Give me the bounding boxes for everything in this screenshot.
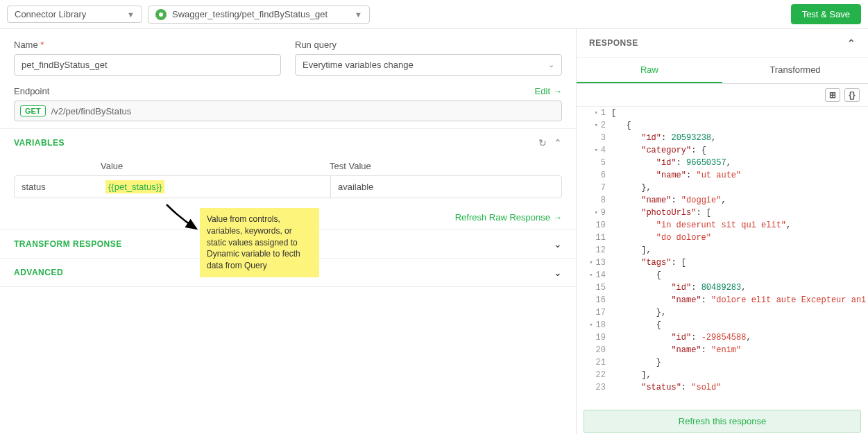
status-dot-icon: [155, 9, 167, 20]
path-label: Swagger_testing/pet_findByStatus_get: [172, 9, 349, 19]
arrow-right-icon: →: [553, 212, 562, 223]
advanced-title: ADVANCED: [14, 268, 63, 277]
endpoint-box: GET /v2/pet/findByStatus: [14, 101, 562, 121]
tab-transformed[interactable]: Transformed: [722, 58, 868, 83]
response-title: RESPONSE: [589, 38, 638, 48]
collapse-icon[interactable]: ⌃: [847, 37, 856, 49]
chevron-down-icon: ▼: [127, 10, 135, 19]
name-input[interactable]: [14, 54, 281, 76]
run-query-select[interactable]: Everytime variables change ⌄: [295, 54, 562, 76]
variable-row: status {{pet_status}} available: [14, 175, 562, 198]
expand-icon: ⌄: [554, 238, 562, 250]
path-dropdown[interactable]: Swagger_testing/pet_findByStatus_get ▼: [148, 6, 370, 24]
refresh-response-button[interactable]: Refresh this response: [584, 410, 861, 433]
var-test-cell[interactable]: available: [330, 176, 561, 198]
annotation-tooltip: Value from controls, variables, keywords…: [200, 208, 319, 277]
arrow-right-icon: →: [553, 86, 562, 96]
variables-title: VARIABLES: [14, 138, 65, 148]
transform-title: TRANSFORM RESPONSE: [14, 239, 122, 249]
chevron-down-icon: ⌄: [548, 60, 554, 69]
var-name: status: [15, 176, 101, 198]
test-save-button[interactable]: Test & Save: [791, 4, 861, 24]
tab-raw[interactable]: Raw: [577, 58, 722, 83]
name-label: Name *: [14, 40, 281, 50]
chevron-down-icon: ▼: [355, 10, 362, 19]
run-query-label: Run query: [295, 40, 562, 50]
json-view-icon[interactable]: {}: [844, 88, 860, 102]
refresh-icon[interactable]: ↻: [538, 137, 547, 148]
connector-label: Connector Library: [15, 9, 86, 19]
endpoint-label: Endpoint: [14, 86, 49, 96]
endpoint-path: /v2/pet/findByStatus: [51, 106, 132, 116]
collapse-icon[interactable]: ⌃: [554, 137, 562, 148]
var-value-cell[interactable]: {{pet_status}}: [101, 176, 330, 198]
json-code-viewer[interactable]: ▾1[▾2 {3 "id": 20593238,▾4 "category": {…: [577, 107, 868, 394]
expand-icon: ⌄: [554, 267, 562, 278]
var-value-highlight: {{pet_status}}: [105, 180, 164, 193]
refresh-raw-link[interactable]: Refresh Raw Response →: [455, 212, 562, 223]
method-badge: GET: [20, 105, 46, 116]
edit-link[interactable]: Edit →: [535, 86, 562, 96]
connector-library-dropdown[interactable]: Connector Library ▼: [7, 6, 142, 23]
value-header: Value: [101, 161, 330, 171]
table-view-icon[interactable]: ⊞: [825, 88, 840, 102]
test-value-header: Test Value: [330, 161, 562, 171]
